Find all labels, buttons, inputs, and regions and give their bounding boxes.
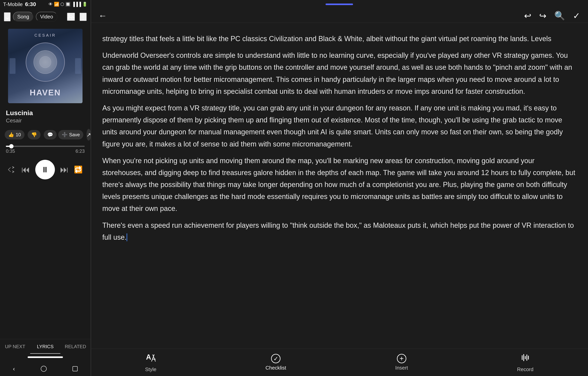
like-button[interactable]: 👍 10 (5, 130, 24, 139)
more-options-button[interactable]: ⋮ (80, 13, 87, 21)
thumbs-up-icon: 👍 (8, 132, 14, 137)
search-button[interactable]: 🔍 (554, 10, 565, 21)
svg-line-2 (8, 167, 11, 170)
album-art: CESAIR HAVEN (8, 29, 83, 103)
checklist-button[interactable]: ✓ Checklist (265, 354, 286, 371)
music-player-panel: T-Mobile 6:30 👁 📶 ⬡ 🔲 ▐▐▐ 🔋 ⌄ Song Video… (0, 0, 91, 376)
status-bar: T-Mobile 6:30 👁 📶 ⬡ 🔲 ▐▐▐ 🔋 (0, 0, 91, 9)
home-button[interactable] (41, 366, 47, 372)
bluetooth-icon: ⬡ (60, 2, 64, 7)
tab-song[interactable]: Song (13, 12, 33, 22)
svg-rect-10 (525, 356, 526, 359)
back-arrow-icon: ← (98, 11, 107, 20)
save-button[interactable]: ➕ Save (58, 130, 84, 139)
save-icon: ➕ (62, 132, 68, 137)
svg-rect-9 (523, 354, 524, 361)
total-time: 6:23 (75, 148, 85, 154)
play-pause-button[interactable]: ⏸ (35, 160, 55, 179)
back-button[interactable]: ‹ (13, 366, 15, 372)
checklist-icon: ✓ (271, 354, 280, 363)
doc-back-button[interactable]: ← (98, 11, 107, 21)
share-button[interactable]: ↗ (86, 129, 91, 141)
paragraph-2: Underworld Overseer's controls are simpl… (102, 49, 576, 97)
tab-lyrics[interactable]: LYRICS (30, 339, 60, 354)
wifi-icon: 📶 (54, 2, 59, 7)
thumbs-down-icon: 👎 (31, 132, 37, 137)
paragraph-1: strategy titles that feels a little bit … (102, 33, 576, 45)
cast-button[interactable] (67, 13, 75, 21)
paragraph-5: There's even a speed run achievement for… (102, 219, 576, 243)
repeat-button[interactable]: 🔁 (74, 166, 83, 174)
undo-button[interactable]: ↩ (524, 11, 531, 21)
svg-rect-11 (526, 355, 527, 361)
doc-content[interactable]: strategy titles that feels a little bit … (91, 23, 588, 349)
paragraph-4: When you're not picking up units and mov… (102, 155, 576, 215)
save-label: Save (69, 132, 80, 137)
progress-container[interactable]: 0:35 6:23 (0, 144, 91, 156)
action-row: 👍 10 👎 💬 ➕ Save ↗ (0, 126, 91, 144)
current-time: 0:35 (6, 148, 15, 154)
record-label: Record (517, 366, 534, 373)
album-title-text: HAVEN (30, 88, 61, 97)
style-button[interactable]: A Style (145, 353, 156, 373)
previous-button[interactable]: ⏮ (21, 165, 30, 175)
tab-up-next[interactable]: UP NEXT (0, 339, 30, 354)
tab-video[interactable]: Video (36, 12, 57, 22)
check-icon: ✓ (573, 11, 580, 21)
handle-bar (326, 3, 353, 5)
status-icons: 👁 📶 ⬡ 🔲 ▐▐▐ 🔋 (48, 2, 87, 7)
insert-button[interactable]: + Insert (395, 354, 408, 371)
carrier-label: T-Mobile (3, 1, 23, 7)
svg-line-3 (8, 170, 11, 172)
checklist-label: Checklist (265, 365, 286, 371)
next-button[interactable]: ⏭ (60, 165, 69, 175)
album-circle-outer (26, 42, 65, 82)
undo-icon: ↩ (524, 11, 531, 21)
share-icon: ↗ (86, 132, 91, 138)
panel-divider (91, 0, 91, 376)
nfc-icon: 🔲 (65, 2, 71, 7)
progress-bar-background[interactable] (6, 146, 85, 147)
progress-bar-fill (6, 146, 11, 147)
status-time: 6:30 (25, 1, 36, 7)
album-brand-text: CESAIR (34, 33, 56, 38)
record-icon (520, 353, 530, 365)
svg-text:A: A (146, 353, 151, 361)
redo-icon: ↪ (539, 11, 546, 21)
player-topbar: ⌄ Song Video ⋮ (0, 9, 91, 25)
collapse-button[interactable]: ⌄ (4, 12, 11, 21)
pause-icon: ⏸ (41, 165, 49, 174)
song-info: Luscinia Cesair (0, 107, 91, 126)
eye-icon: 👁 (48, 2, 53, 7)
shuffle-button[interactable] (8, 166, 16, 173)
redo-button[interactable]: ↪ (539, 11, 546, 21)
song-title: Luscinia (6, 109, 85, 117)
progress-thumb[interactable] (9, 144, 13, 148)
text-cursor (127, 233, 127, 241)
insert-icon: + (397, 354, 406, 363)
comment-button[interactable]: 💬 (44, 130, 57, 139)
dislike-button[interactable]: 👎 (28, 130, 41, 139)
android-nav-bar: ‹ (0, 362, 91, 376)
recents-button[interactable] (73, 366, 78, 371)
signal-icon: ▐▐▐ (72, 2, 81, 7)
player-bottom-tabs: UP NEXT LYRICS RELATED (0, 339, 91, 354)
controls-row: ⏮ ⏸ ⏭ 🔁 (0, 156, 91, 183)
insert-label: Insert (395, 365, 408, 371)
svg-rect-8 (522, 355, 523, 360)
document-editor-panel: ← ↩ ↪ 🔍 ✓ strategy titles that feels a l… (91, 0, 588, 376)
style-icon: A (146, 353, 156, 365)
confirm-button[interactable]: ✓ (573, 11, 580, 21)
comment-icon: 💬 (47, 132, 53, 137)
svg-rect-12 (528, 356, 529, 360)
search-icon: 🔍 (554, 10, 565, 21)
tab-related[interactable]: RELATED (60, 339, 91, 354)
scroll-indicator (28, 356, 63, 358)
like-count: 10 (16, 132, 21, 137)
doc-handle (91, 0, 588, 9)
toolbar-actions: ↩ ↪ 🔍 ✓ (524, 10, 580, 21)
svg-rect-0 (67, 17, 69, 19)
doc-bottom-bar: A Style ✓ Checklist + Insert (91, 349, 588, 376)
style-label: Style (145, 366, 156, 373)
record-button[interactable]: Record (517, 353, 534, 373)
